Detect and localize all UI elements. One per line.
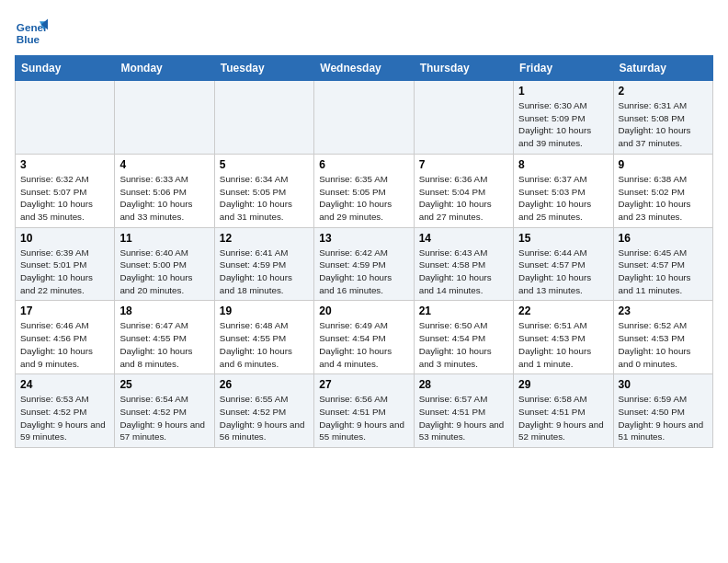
day-info: Sunrise: 6:57 AM Sunset: 4:51 PM Dayligh… [419, 393, 508, 443]
calendar-week-row: 24Sunrise: 6:53 AM Sunset: 4:52 PM Dayli… [16, 374, 713, 448]
calendar-day-cell: 28Sunrise: 6:57 AM Sunset: 4:51 PM Dayli… [414, 374, 513, 448]
day-info: Sunrise: 6:43 AM Sunset: 4:58 PM Dayligh… [419, 247, 508, 297]
day-number: 17 [20, 304, 109, 317]
day-info: Sunrise: 6:30 AM Sunset: 5:09 PM Dayligh… [518, 99, 608, 150]
day-number: 29 [518, 378, 608, 391]
day-number: 28 [419, 378, 508, 391]
weekday-header-cell: Friday [514, 56, 613, 81]
day-info: Sunrise: 6:40 AM Sunset: 5:00 PM Dayligh… [119, 247, 209, 297]
calendar-day-cell: 17Sunrise: 6:46 AM Sunset: 4:56 PM Dayli… [16, 301, 115, 374]
day-info: Sunrise: 6:56 AM Sunset: 4:51 PM Dayligh… [319, 393, 408, 443]
day-number: 11 [119, 232, 209, 245]
calendar-week-row: 17Sunrise: 6:46 AM Sunset: 4:56 PM Dayli… [16, 301, 713, 374]
svg-text:Blue: Blue [17, 33, 40, 45]
day-info: Sunrise: 6:32 AM Sunset: 5:07 PM Dayligh… [20, 173, 109, 224]
calendar-day-cell: 8Sunrise: 6:37 AM Sunset: 5:03 PM Daylig… [514, 154, 613, 227]
day-info: Sunrise: 6:50 AM Sunset: 4:54 PM Dayligh… [419, 319, 508, 370]
calendar-day-cell [16, 81, 115, 155]
day-info: Sunrise: 6:47 AM Sunset: 4:55 PM Dayligh… [119, 319, 209, 370]
day-number: 7 [419, 158, 508, 171]
calendar-day-cell: 21Sunrise: 6:50 AM Sunset: 4:54 PM Dayli… [414, 301, 513, 374]
day-number: 12 [220, 232, 309, 245]
day-number: 1 [518, 85, 608, 98]
day-number: 20 [319, 304, 408, 317]
day-info: Sunrise: 6:45 AM Sunset: 4:57 PM Dayligh… [619, 247, 708, 297]
calendar-body: 1Sunrise: 6:30 AM Sunset: 5:09 PM Daylig… [16, 81, 713, 448]
day-info: Sunrise: 6:48 AM Sunset: 4:55 PM Dayligh… [220, 319, 309, 370]
day-info: Sunrise: 6:33 AM Sunset: 5:06 PM Dayligh… [119, 173, 209, 224]
weekday-header-cell: Wednesday [314, 56, 414, 81]
logo-icon: General Blue [15, 15, 48, 48]
day-number: 6 [319, 158, 408, 171]
calendar-day-cell: 16Sunrise: 6:45 AM Sunset: 4:57 PM Dayli… [613, 227, 712, 301]
day-info: Sunrise: 6:53 AM Sunset: 4:52 PM Dayligh… [20, 393, 109, 443]
day-number: 21 [419, 304, 508, 317]
day-info: Sunrise: 6:37 AM Sunset: 5:03 PM Dayligh… [518, 173, 608, 224]
calendar-day-cell: 12Sunrise: 6:41 AM Sunset: 4:59 PM Dayli… [214, 227, 313, 301]
calendar-day-cell: 27Sunrise: 6:56 AM Sunset: 4:51 PM Dayli… [314, 374, 414, 448]
day-info: Sunrise: 6:49 AM Sunset: 4:54 PM Dayligh… [319, 319, 408, 370]
day-info: Sunrise: 6:36 AM Sunset: 5:04 PM Dayligh… [419, 173, 508, 224]
calendar-day-cell: 6Sunrise: 6:35 AM Sunset: 5:05 PM Daylig… [314, 154, 414, 227]
day-info: Sunrise: 6:59 AM Sunset: 4:50 PM Dayligh… [619, 393, 708, 443]
day-number: 23 [619, 304, 708, 317]
day-number: 3 [20, 158, 109, 171]
calendar-day-cell: 14Sunrise: 6:43 AM Sunset: 4:58 PM Dayli… [414, 227, 513, 301]
calendar-day-cell: 2Sunrise: 6:31 AM Sunset: 5:08 PM Daylig… [613, 81, 712, 155]
day-info: Sunrise: 6:54 AM Sunset: 4:52 PM Dayligh… [119, 393, 209, 443]
day-number: 30 [619, 378, 708, 391]
weekday-header-cell: Tuesday [214, 56, 313, 81]
day-number: 25 [119, 378, 209, 391]
calendar-day-cell: 10Sunrise: 6:39 AM Sunset: 5:01 PM Dayli… [16, 227, 115, 301]
calendar-table: SundayMondayTuesdayWednesdayThursdayFrid… [15, 55, 713, 448]
calendar-day-cell: 22Sunrise: 6:51 AM Sunset: 4:53 PM Dayli… [514, 301, 613, 374]
calendar-day-cell: 15Sunrise: 6:44 AM Sunset: 4:57 PM Dayli… [514, 227, 613, 301]
calendar-day-cell: 13Sunrise: 6:42 AM Sunset: 4:59 PM Dayli… [314, 227, 414, 301]
page-header: General Blue [15, 15, 713, 48]
day-number: 26 [220, 378, 309, 391]
day-number: 22 [518, 304, 608, 317]
calendar-day-cell: 5Sunrise: 6:34 AM Sunset: 5:05 PM Daylig… [214, 154, 313, 227]
logo: General Blue [15, 15, 48, 48]
calendar-week-row: 1Sunrise: 6:30 AM Sunset: 5:09 PM Daylig… [16, 81, 713, 155]
day-number: 15 [518, 232, 608, 245]
calendar-day-cell [115, 81, 214, 155]
day-info: Sunrise: 6:39 AM Sunset: 5:01 PM Dayligh… [20, 247, 109, 297]
weekday-header-cell: Thursday [414, 56, 513, 81]
day-info: Sunrise: 6:46 AM Sunset: 4:56 PM Dayligh… [20, 319, 109, 370]
day-info: Sunrise: 6:35 AM Sunset: 5:05 PM Dayligh… [319, 173, 408, 224]
day-info: Sunrise: 6:55 AM Sunset: 4:52 PM Dayligh… [220, 393, 309, 443]
calendar-day-cell: 29Sunrise: 6:58 AM Sunset: 4:51 PM Dayli… [514, 374, 613, 448]
day-number: 19 [220, 304, 309, 317]
day-info: Sunrise: 6:31 AM Sunset: 5:08 PM Dayligh… [619, 99, 708, 150]
calendar-day-cell [414, 81, 513, 155]
calendar-week-row: 3Sunrise: 6:32 AM Sunset: 5:07 PM Daylig… [16, 154, 713, 227]
weekday-header-row: SundayMondayTuesdayWednesdayThursdayFrid… [16, 56, 713, 81]
day-number: 27 [319, 378, 408, 391]
calendar-day-cell: 30Sunrise: 6:59 AM Sunset: 4:50 PM Dayli… [613, 374, 712, 448]
day-number: 18 [119, 304, 209, 317]
calendar-day-cell: 4Sunrise: 6:33 AM Sunset: 5:06 PM Daylig… [115, 154, 214, 227]
day-info: Sunrise: 6:51 AM Sunset: 4:53 PM Dayligh… [518, 319, 608, 370]
calendar-day-cell: 25Sunrise: 6:54 AM Sunset: 4:52 PM Dayli… [115, 374, 214, 448]
day-info: Sunrise: 6:41 AM Sunset: 4:59 PM Dayligh… [220, 247, 309, 297]
day-number: 2 [619, 85, 708, 98]
day-number: 14 [419, 232, 508, 245]
calendar-week-row: 10Sunrise: 6:39 AM Sunset: 5:01 PM Dayli… [16, 227, 713, 301]
day-number: 8 [518, 158, 608, 171]
calendar-day-cell [214, 81, 313, 155]
calendar-day-cell: 3Sunrise: 6:32 AM Sunset: 5:07 PM Daylig… [16, 154, 115, 227]
day-number: 5 [220, 158, 309, 171]
day-number: 10 [20, 232, 109, 245]
day-number: 24 [20, 378, 109, 391]
calendar-day-cell: 26Sunrise: 6:55 AM Sunset: 4:52 PM Dayli… [214, 374, 313, 448]
day-number: 16 [619, 232, 708, 245]
day-info: Sunrise: 6:44 AM Sunset: 4:57 PM Dayligh… [518, 247, 608, 297]
weekday-header-cell: Monday [115, 56, 214, 81]
day-number: 4 [119, 158, 209, 171]
day-number: 13 [319, 232, 408, 245]
weekday-header-cell: Saturday [613, 56, 712, 81]
calendar-day-cell: 18Sunrise: 6:47 AM Sunset: 4:55 PM Dayli… [115, 301, 214, 374]
calendar-day-cell: 1Sunrise: 6:30 AM Sunset: 5:09 PM Daylig… [514, 81, 613, 155]
calendar-day-cell: 11Sunrise: 6:40 AM Sunset: 5:00 PM Dayli… [115, 227, 214, 301]
